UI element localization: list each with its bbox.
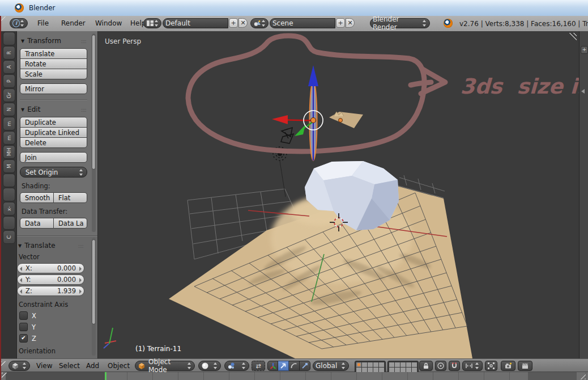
layer-toggle[interactable] bbox=[389, 368, 394, 372]
snap-element-select[interactable] bbox=[462, 361, 483, 371]
decrement-arrow-icon[interactable] bbox=[20, 267, 22, 271]
increment-arrow-icon[interactable] bbox=[79, 289, 82, 294]
shelf-tab[interactable]: N bbox=[3, 103, 15, 116]
layer-toggle[interactable] bbox=[406, 362, 411, 367]
selected-object-group[interactable] bbox=[272, 65, 323, 161]
shelf-scrollbar-thumb[interactable] bbox=[92, 35, 96, 170]
editor-corner-widget[interactable] bbox=[1, 361, 8, 369]
object-origin-dot[interactable] bbox=[311, 118, 316, 123]
data-transfer-layout-button[interactable]: Data La bbox=[54, 218, 87, 229]
z-manipulator-arrow[interactable] bbox=[308, 65, 318, 86]
layer-toggle[interactable] bbox=[400, 362, 406, 367]
mirror-button[interactable]: Mirror bbox=[20, 83, 87, 94]
shelf-tab[interactable] bbox=[3, 174, 15, 187]
layer-toggle[interactable] bbox=[368, 362, 373, 367]
layer-toggle[interactable] bbox=[395, 368, 400, 372]
layer-toggle[interactable] bbox=[356, 362, 361, 367]
shelf-tab[interactable]: P bbox=[3, 74, 15, 88]
delete-button[interactable]: Delete bbox=[20, 137, 87, 148]
opengl-render-button[interactable] bbox=[501, 361, 515, 371]
editor-type-button[interactable] bbox=[8, 361, 30, 371]
editor-corner-widget[interactable] bbox=[1, 16, 8, 24]
snap-toggle-button[interactable] bbox=[449, 361, 460, 371]
shelf-tab[interactable]: R bbox=[3, 46, 15, 60]
mode-select[interactable]: Object Mode bbox=[135, 361, 195, 371]
layer-toggle[interactable] bbox=[373, 368, 378, 372]
panel-header-edit[interactable]: ▼ Edit :::: bbox=[21, 105, 87, 113]
3d-viewport[interactable]: 3ds size is sm User Persp (1 bbox=[98, 31, 579, 358]
increment-arrow-icon[interactable] bbox=[79, 267, 82, 271]
layer-toggle[interactable] bbox=[368, 368, 373, 372]
layer-toggle[interactable] bbox=[412, 362, 417, 367]
decrement-arrow-icon[interactable] bbox=[20, 278, 22, 282]
menu-view[interactable]: View bbox=[36, 362, 52, 370]
scene-lock-button[interactable] bbox=[419, 361, 433, 371]
menu-add[interactable]: Add bbox=[86, 362, 99, 370]
shelf-tab[interactable] bbox=[3, 216, 15, 230]
panel-header-transform[interactable]: ▼ Transform :::: bbox=[21, 37, 87, 45]
set-origin-menu[interactable]: Set Origin bbox=[20, 167, 87, 178]
shelf-tab[interactable]: x- bbox=[3, 202, 15, 216]
snap-target-button[interactable] bbox=[485, 361, 497, 371]
layer-toggle[interactable] bbox=[406, 368, 411, 372]
delete-scene-button[interactable]: ✕ bbox=[346, 18, 355, 28]
collapse-arrow-icon[interactable] bbox=[581, 89, 585, 94]
duplicate-button[interactable]: Duplicate bbox=[20, 117, 87, 128]
shelf-tab[interactable] bbox=[3, 188, 15, 201]
decrement-arrow-icon[interactable] bbox=[20, 289, 22, 294]
add-layout-button[interactable]: + bbox=[229, 18, 238, 28]
shelf-tab[interactable] bbox=[3, 32, 15, 45]
manipulator-axes-button[interactable] bbox=[267, 361, 278, 371]
layer-toggle[interactable] bbox=[395, 362, 400, 367]
menu-render[interactable]: Render bbox=[61, 19, 86, 27]
timeline-strip[interactable] bbox=[0, 372, 588, 380]
pivot-point-select[interactable] bbox=[224, 361, 249, 371]
mini-terrain-object[interactable] bbox=[329, 112, 363, 128]
current-frame-marker[interactable] bbox=[105, 372, 106, 380]
editor-type-button[interactable]: i bbox=[10, 18, 28, 28]
terrain-object[interactable] bbox=[169, 186, 472, 358]
translate-button[interactable]: Translate bbox=[20, 48, 87, 59]
opengl-render-anim-button[interactable] bbox=[518, 361, 532, 371]
layer-toggle[interactable] bbox=[356, 368, 361, 372]
y-manipulator-arrow[interactable] bbox=[295, 125, 305, 136]
panel-header-translate-operator[interactable]: ▼ Translate :::: bbox=[18, 242, 84, 250]
scene-name-field[interactable]: Scene bbox=[270, 18, 335, 28]
camera-object[interactable] bbox=[281, 128, 293, 143]
translate-manipulator-button[interactable] bbox=[278, 361, 289, 371]
shelf-tab[interactable]: MH bbox=[3, 145, 15, 159]
layer-toggle[interactable] bbox=[362, 362, 367, 367]
layer-toggle[interactable] bbox=[379, 368, 384, 372]
increment-arrow-icon[interactable] bbox=[79, 278, 82, 282]
menu-select[interactable]: Select bbox=[59, 362, 80, 370]
vector-z-field[interactable]: Z: 1.939 bbox=[17, 286, 84, 296]
scale-manipulator-button[interactable] bbox=[300, 361, 310, 371]
x-manipulator-arrow[interactable] bbox=[272, 115, 288, 124]
layer-toggle[interactable] bbox=[379, 362, 384, 367]
join-button[interactable]: Join bbox=[20, 152, 87, 163]
screen-layout-name-field[interactable]: Default bbox=[163, 18, 228, 28]
viewport-shading-select[interactable] bbox=[198, 361, 221, 371]
duplicate-linked-button[interactable]: Duplicate Linked bbox=[20, 127, 87, 138]
object-origin-dot[interactable] bbox=[339, 119, 343, 123]
delete-layout-button[interactable]: ✕ bbox=[238, 18, 248, 28]
shelf-tab[interactable]: m bbox=[3, 117, 15, 130]
constraint-y-checkbox[interactable] bbox=[19, 323, 28, 331]
shelf-tab[interactable]: A bbox=[3, 60, 15, 74]
screen-layout-browse-button[interactable] bbox=[143, 18, 161, 28]
rotate-manipulator-button[interactable] bbox=[289, 361, 300, 371]
layer-toggle[interactable] bbox=[412, 368, 417, 372]
constraint-x-checkbox[interactable] bbox=[19, 311, 28, 320]
shelf-tab[interactable]: m bbox=[3, 131, 15, 145]
operator-scrollbar-thumb[interactable] bbox=[92, 239, 96, 324]
shade-smooth-button[interactable]: Smooth bbox=[20, 192, 54, 203]
rotate-button[interactable]: Rotate bbox=[20, 58, 87, 69]
layer-toggle[interactable] bbox=[389, 362, 394, 367]
layer-toggle[interactable] bbox=[373, 362, 378, 367]
shade-flat-button[interactable]: Flat bbox=[54, 192, 87, 203]
transform-orientation-select[interactable]: Global bbox=[313, 361, 349, 371]
layer-toggle[interactable] bbox=[400, 368, 406, 372]
expand-region-button[interactable]: + bbox=[581, 46, 588, 54]
scene-browse-button[interactable] bbox=[250, 18, 269, 28]
shelf-tab[interactable]: C bbox=[3, 230, 15, 244]
